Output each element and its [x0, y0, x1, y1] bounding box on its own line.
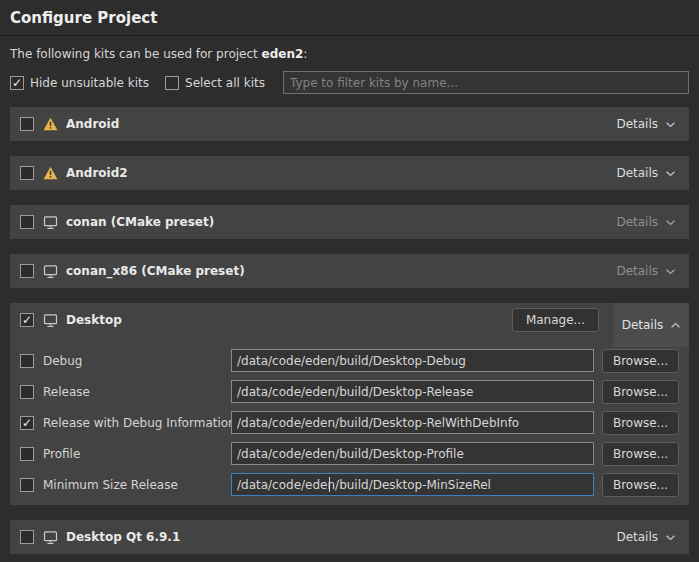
kit-name-conan-x86-cmake-preset: conan_x86 (CMake preset)	[66, 264, 245, 278]
details-label: Details	[622, 318, 664, 332]
chevron-down-icon	[665, 219, 676, 226]
browse-button-release-with-debug-information[interactable]: Browse...	[602, 411, 679, 435]
kit-filter-wrap	[283, 71, 689, 94]
config-label-debug: Debug	[43, 354, 231, 368]
config-row-release-with-debug-information: ✓Release with Debug InformationBrowse...	[20, 411, 679, 434]
config-row-release: ReleaseBrowse...	[20, 380, 679, 403]
hide-unsuitable-kits-checkbox-group[interactable]: ✓ Hide unsuitable kits	[10, 76, 149, 90]
kit-checkbox-conan-x86-cmake-preset[interactable]	[20, 264, 34, 278]
details-label: Details	[616, 117, 658, 131]
details-toggle-android[interactable]: Details	[616, 117, 689, 131]
kit-checkbox-conan-cmake-preset[interactable]	[20, 215, 34, 229]
kit-block-conan-cmake-preset: conan (CMake preset)Details	[10, 205, 689, 239]
desktop-icon	[43, 530, 58, 545]
intro-prefix: The following kits can be used for proje…	[10, 47, 262, 61]
chevron-down-icon	[665, 170, 676, 177]
desktop-icon	[43, 264, 58, 279]
path-field-wrap-minimum-size-release	[231, 473, 594, 496]
page-title: Configure Project	[10, 9, 689, 27]
chevron-down-icon	[665, 121, 676, 128]
kit-checkbox-android2[interactable]	[20, 166, 34, 180]
details-toggle-conan-x86-cmake-preset[interactable]: Details	[616, 264, 689, 278]
details-toggle-desktop-qt-6-9-1[interactable]: Details	[616, 530, 689, 544]
kit-name-conan-cmake-preset: conan (CMake preset)	[66, 215, 214, 229]
path-field-wrap-release	[231, 380, 594, 403]
details-toggle-android2[interactable]: Details	[616, 166, 689, 180]
kit-row-conan-cmake-preset[interactable]: conan (CMake preset)Details	[10, 205, 689, 239]
text-caret	[329, 477, 330, 492]
config-checkbox-release-with-debug-information[interactable]: ✓	[20, 416, 34, 430]
config-checkbox-minimum-size-release[interactable]	[20, 478, 34, 492]
details-toggle-conan-cmake-preset[interactable]: Details	[616, 215, 689, 229]
hide-unsuitable-kits-label: Hide unsuitable kits	[30, 76, 149, 90]
browse-button-release[interactable]: Browse...	[602, 380, 679, 404]
kit-filter-controls: ✓ Hide unsuitable kits Select all kits	[10, 71, 689, 94]
chevron-up-icon	[670, 322, 681, 329]
path-input-release[interactable]	[231, 380, 594, 403]
dialog-title-bar: Configure Project	[0, 0, 699, 36]
warning-icon	[43, 166, 58, 180]
browse-button-debug[interactable]: Browse...	[602, 349, 679, 373]
config-label-profile: Profile	[43, 447, 231, 461]
project-name: eden2	[262, 47, 304, 61]
config-row-debug: DebugBrowse...	[20, 349, 679, 372]
config-checkbox-debug[interactable]	[20, 354, 34, 368]
kit-name-desktop: Desktop	[66, 313, 122, 327]
path-field-wrap-debug	[231, 349, 594, 372]
kit-checkbox-android[interactable]	[20, 117, 34, 131]
kit-name-android2: Android2	[66, 166, 128, 180]
manage-kits-button[interactable]: Manage...	[512, 308, 599, 332]
details-toggle-desktop[interactable]: Details	[614, 303, 689, 347]
kit-filter-input[interactable]	[283, 71, 689, 94]
path-input-minimum-size-release[interactable]	[231, 473, 594, 496]
select-all-kits-checkbox[interactable]	[165, 76, 179, 90]
config-row-minimum-size-release: Minimum Size ReleaseBrowse...	[20, 473, 679, 496]
kit-list: AndroidDetailsAndroid2Detailsconan (CMak…	[10, 107, 689, 554]
kit-row-conan-x86-cmake-preset[interactable]: conan_x86 (CMake preset)Details	[10, 254, 689, 288]
kit-checkbox-desktop-qt-6-9-1[interactable]	[20, 530, 34, 544]
build-configs-desktop: DebugBrowse...ReleaseBrowse...✓Release w…	[10, 337, 689, 505]
config-label-release-with-debug-information: Release with Debug Information	[43, 416, 231, 430]
kit-row-android2[interactable]: Android2Details	[10, 156, 689, 190]
chevron-down-icon	[665, 268, 676, 275]
browse-button-minimum-size-release[interactable]: Browse...	[602, 473, 679, 497]
config-checkbox-profile[interactable]	[20, 447, 34, 461]
path-input-debug[interactable]	[231, 349, 594, 372]
hide-unsuitable-kits-checkbox[interactable]: ✓	[10, 76, 24, 90]
kit-block-desktop-qt-6-9-1: Desktop Qt 6.9.1Details	[10, 520, 689, 554]
details-label: Details	[616, 215, 658, 229]
path-input-release-with-debug-information[interactable]	[231, 411, 594, 434]
details-label: Details	[616, 264, 658, 278]
select-all-kits-label: Select all kits	[185, 76, 265, 90]
kit-block-desktop: ✓DesktopManage...DetailsDebugBrowse...Re…	[10, 303, 689, 505]
kit-name-desktop-qt-6-9-1: Desktop Qt 6.9.1	[66, 530, 180, 544]
kit-row-android[interactable]: AndroidDetails	[10, 107, 689, 141]
config-checkbox-release[interactable]	[20, 385, 34, 399]
kit-name-android: Android	[66, 117, 119, 131]
config-label-minimum-size-release: Minimum Size Release	[43, 478, 231, 492]
kit-checkbox-desktop[interactable]: ✓	[20, 313, 34, 327]
config-label-release: Release	[43, 385, 231, 399]
chevron-down-icon	[665, 534, 676, 541]
path-field-wrap-release-with-debug-information	[231, 411, 594, 434]
intro-suffix: :	[303, 47, 307, 61]
kit-block-conan-x86-cmake-preset: conan_x86 (CMake preset)Details	[10, 254, 689, 288]
config-row-profile: ProfileBrowse...	[20, 442, 679, 465]
details-label: Details	[616, 166, 658, 180]
kit-block-android2: Android2Details	[10, 156, 689, 190]
desktop-icon	[43, 215, 58, 230]
kit-row-desktop-qt-6-9-1[interactable]: Desktop Qt 6.9.1Details	[10, 520, 689, 554]
path-input-profile[interactable]	[231, 442, 594, 465]
browse-button-profile[interactable]: Browse...	[602, 442, 679, 466]
details-label: Details	[616, 530, 658, 544]
select-all-kits-checkbox-group[interactable]: Select all kits	[165, 76, 265, 90]
warning-icon	[43, 117, 58, 131]
kit-row-desktop[interactable]: ✓DesktopManage...Details	[10, 303, 689, 337]
kit-block-android: AndroidDetails	[10, 107, 689, 141]
path-field-wrap-profile	[231, 442, 594, 465]
desktop-icon	[43, 313, 58, 328]
intro-text: The following kits can be used for proje…	[10, 47, 689, 61]
